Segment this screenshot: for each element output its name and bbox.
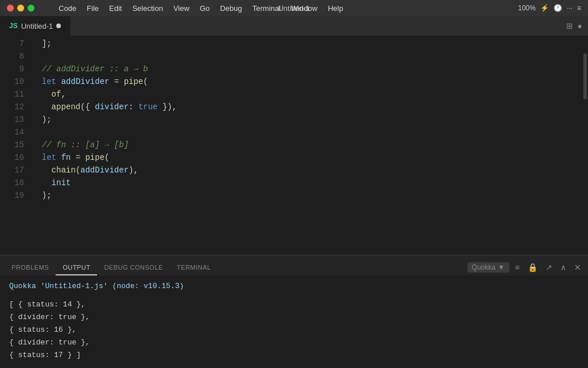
split-editor-icon[interactable]: ⊞ <box>566 21 573 30</box>
battery-percentage: 100% <box>518 4 536 12</box>
line-num-10: 10 <box>0 75 24 88</box>
tabbar: JS Untitled-1 ⊞ ● <box>0 16 588 36</box>
maximize-button[interactable] <box>28 5 34 12</box>
menu-selection[interactable]: Selection <box>127 3 167 14</box>
unsaved-dot <box>56 24 61 28</box>
panel-tabs-left: PROBLEMS OUTPUT DEBUG CONSOLE TERMINAL <box>5 260 218 275</box>
line-num-14: 14 <box>0 126 24 139</box>
minimize-button[interactable] <box>17 5 24 12</box>
line-num-15: 15 <box>0 139 24 151</box>
js-file-icon: JS <box>9 22 18 30</box>
menu-go[interactable]: Go <box>195 3 214 14</box>
code-line-8 <box>32 50 582 63</box>
menu-help[interactable]: Help <box>323 3 348 14</box>
titlebar-right: 100% ⚡ 🕐 ··· ≡ <box>518 4 581 12</box>
output-line-1: { divider: true }, <box>9 311 579 324</box>
editor-scrollbar[interactable] <box>582 36 588 255</box>
line-num-9: 9 <box>0 63 24 75</box>
output-line-3: { divider: true }, <box>9 336 579 349</box>
code-line-18: init <box>32 177 582 189</box>
line-num-7: 7 <box>0 37 24 50</box>
code-line-12: append({ divider: true }), <box>32 101 582 113</box>
line-num-11: 11 <box>0 88 24 101</box>
output-line-4: { status: 17 } ] <box>9 349 579 362</box>
line-num-8: 8 <box>0 50 24 63</box>
tabbar-right: ⊞ ● <box>566 21 588 30</box>
panel: PROBLEMS OUTPUT DEBUG CONSOLE TERMINAL Q… <box>0 255 588 368</box>
panel-tab-problems[interactable]: PROBLEMS <box>5 260 56 275</box>
panel-tab-terminal[interactable]: TERMINAL <box>170 260 218 275</box>
collapse-up-icon[interactable]: ∧ <box>558 262 568 273</box>
clock-icon: 🕐 <box>554 4 562 12</box>
editor-area: 7 8 9 10 11 12 13 14 15 16 17 18 19 ]; /… <box>0 36 588 255</box>
quokka-dropdown[interactable]: Quokka ▼ <box>467 262 509 273</box>
panel-content: Quokka 'Untitled-1.js' (node: v10.15.3) … <box>0 275 588 368</box>
line-num-13: 13 <box>0 113 24 126</box>
panel-tab-debug[interactable]: DEBUG CONSOLE <box>97 260 169 275</box>
code-line-19: ); <box>32 189 582 202</box>
grid-icon[interactable]: ≡ <box>577 4 581 12</box>
dropdown-arrow-icon: ▼ <box>498 263 505 271</box>
panel-tab-output[interactable]: OUTPUT <box>56 260 97 275</box>
battery-icon: ⚡ <box>540 4 549 12</box>
scrollbar-thumb[interactable] <box>583 53 587 99</box>
close-panel-icon[interactable]: ✕ <box>572 262 583 273</box>
window-title: Untitled-1 <box>278 4 310 13</box>
lock-icon[interactable]: 🔒 <box>525 262 540 273</box>
line-num-16: 16 <box>0 151 24 164</box>
quokka-label: Quokka <box>472 263 496 271</box>
code-editor[interactable]: ]; // addDivider :: a → b let addDivider… <box>30 36 582 255</box>
more-icon[interactable]: ··· <box>567 4 572 12</box>
tab-filename: Untitled-1 <box>21 22 53 30</box>
code-line-15: // fn :: [a] → [b] <box>32 139 582 151</box>
menu-file[interactable]: File <box>82 3 103 14</box>
menu-edit[interactable]: Edit <box>105 3 126 14</box>
share-icon[interactable]: ↗ <box>543 262 555 273</box>
line-num-17: 17 <box>0 164 24 177</box>
line-num-12: 12 <box>0 101 24 113</box>
panel-tabbar: PROBLEMS OUTPUT DEBUG CONSOLE TERMINAL Q… <box>0 255 588 275</box>
clear-output-icon[interactable]: ≡ <box>513 262 522 273</box>
line-num-18: 18 <box>0 177 24 189</box>
code-line-11: of, <box>32 88 582 101</box>
output-line-2: { status: 16 }, <box>9 324 579 336</box>
menu-debug[interactable]: Debug <box>215 3 246 14</box>
output-header: Quokka 'Untitled-1.js' (node: v10.15.3) <box>9 280 579 293</box>
code-line-10: let addDivider = pipe( <box>32 75 582 88</box>
line-numbers: 7 8 9 10 11 12 13 14 15 16 17 18 19 <box>0 36 30 255</box>
editor-tab[interactable]: JS Untitled-1 <box>0 16 71 36</box>
code-line-16: let fn = pipe( <box>32 151 582 164</box>
editor-status-dot: ● <box>578 21 582 30</box>
code-line-9: // addDivider :: a → b <box>32 63 582 75</box>
menu-view[interactable]: View <box>169 3 194 14</box>
code-line-14 <box>32 126 582 139</box>
close-button[interactable] <box>7 5 14 12</box>
code-line-13: ); <box>32 113 582 126</box>
traffic-lights <box>7 5 34 12</box>
output-line-0: [ { status: 14 }, <box>9 298 579 311</box>
menu-code[interactable]: Code <box>54 3 81 14</box>
titlebar: Code File Edit Selection View Go Debug T… <box>0 0 588 16</box>
apple-menu[interactable] <box>44 3 53 14</box>
panel-tabs-right: Quokka ▼ ≡ 🔒 ↗ ∧ ✕ <box>467 262 583 275</box>
code-line-7: ]; <box>32 37 582 50</box>
line-num-19: 19 <box>0 189 24 202</box>
code-line-17: chain(addDivider), <box>32 164 582 177</box>
